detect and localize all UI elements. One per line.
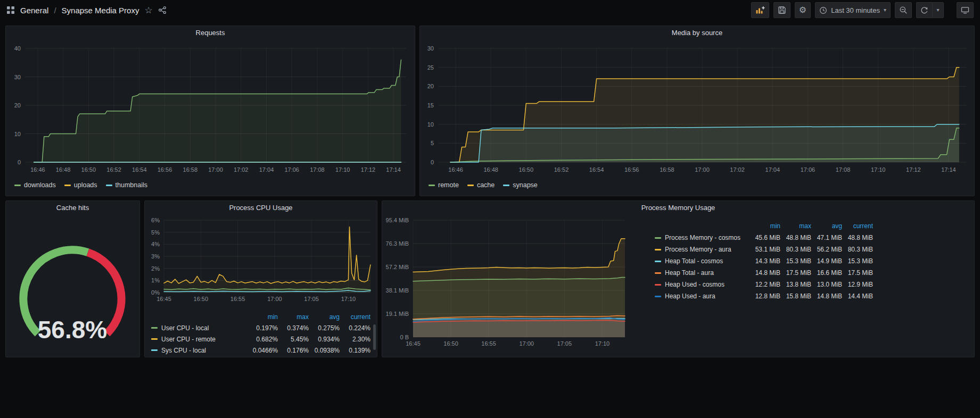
legend-swatch xyxy=(64,185,71,186)
legend-stat-header-max[interactable]: max xyxy=(278,313,309,321)
x-axis-label: 17:14 xyxy=(386,166,401,173)
stat-value: 48.8 MiB xyxy=(780,234,811,241)
x-axis-label: 16:50 xyxy=(519,166,534,173)
y-axis-label: 15 xyxy=(427,102,434,108)
x-axis-label: 17:04 xyxy=(259,166,274,173)
x-axis-label: 16:45 xyxy=(406,340,421,347)
stat-value: 12.9 MiB xyxy=(842,281,873,288)
refresh-interval-dropdown[interactable]: ▾ xyxy=(932,2,944,18)
legend-table-row-process-memory-aura: Process Memory - aura53.1 MiB80.3 MiB56.… xyxy=(655,244,873,255)
stat-value: 5.45% xyxy=(278,336,309,343)
series-label[interactable]: Sys CPU - local xyxy=(161,347,206,354)
stat-value: 15.3 MiB xyxy=(780,257,811,265)
y-axis-label: 95.4 MiB xyxy=(386,217,409,223)
stat-value: 17.5 MiB xyxy=(842,269,873,277)
y-axis-label: 10 xyxy=(427,121,434,128)
stat-value: 80.3 MiB xyxy=(780,246,811,253)
share-icon[interactable] xyxy=(158,6,167,14)
legend-stat-header-min[interactable]: min xyxy=(750,222,780,230)
star-icon[interactable]: ☆ xyxy=(144,6,152,15)
save-dashboard-button[interactable] xyxy=(773,2,790,18)
stat-value: 0.139% xyxy=(340,347,370,354)
x-axis-label: 16:46 xyxy=(30,166,45,173)
legend-item-downloads[interactable]: downloads xyxy=(14,181,56,189)
stat-value: 15.8 MiB xyxy=(780,292,811,300)
panel-cache-hits: Cache hits 56.8% xyxy=(5,200,140,357)
panel-title[interactable]: Process Memory Usage xyxy=(382,201,974,215)
grafana-dashboard: General / Synapse Media Proxy ☆ ⚙ Las xyxy=(0,0,980,418)
legend-item-thumbnails[interactable]: thumbnails xyxy=(106,181,147,189)
legend-stat-header-avg[interactable]: avg xyxy=(811,222,842,230)
x-axis-label: 17:10 xyxy=(595,340,610,347)
legend-item-remote[interactable]: remote xyxy=(429,181,459,189)
legend-swatch xyxy=(106,185,112,186)
series-label[interactable]: User CPU - remote xyxy=(161,336,216,343)
x-axis-label: 17:08 xyxy=(310,166,325,173)
legend-swatch xyxy=(655,272,661,274)
refresh-button[interactable] xyxy=(916,2,932,18)
panel-title[interactable]: Process CPU Usage xyxy=(145,201,377,215)
series-label[interactable]: Heap Used - aura xyxy=(665,292,715,300)
stat-value: 0.176% xyxy=(278,347,309,354)
process-cpu-chart: 0%1%2%3%4%5%6%16:4516:5016:5517:0017:051… xyxy=(145,215,377,308)
x-axis-label: 17:10 xyxy=(341,296,356,302)
x-axis-label: 16:56 xyxy=(158,166,172,173)
time-picker-button[interactable]: Last 30 minutes ▾ xyxy=(815,2,891,18)
legend-table-row-heap-total-cosmos: Heap Total - cosmos14.3 MiB15.3 MiB14.9 … xyxy=(655,255,873,267)
legend-stat-header-min[interactable]: min xyxy=(247,313,278,321)
tv-mode-button[interactable] xyxy=(957,2,974,18)
legend-stat-header-avg[interactable]: avg xyxy=(309,313,340,321)
x-axis-label: 16:52 xyxy=(106,166,121,173)
x-axis-label: 16:54 xyxy=(132,166,147,173)
dashboard-settings-button[interactable]: ⚙ xyxy=(795,2,811,18)
zoom-out-button[interactable] xyxy=(895,2,912,18)
legend-table-row-sys-cpu-local: Sys CPU - local0.0466%0.176%0.0938%0.139… xyxy=(151,345,370,356)
legend-stat-header-current[interactable]: current xyxy=(842,222,873,230)
legend-item-synapse[interactable]: synapse xyxy=(503,181,538,189)
series-label[interactable]: User CPU - local xyxy=(161,324,209,332)
stat-value: 14.8 MiB xyxy=(750,269,780,277)
x-axis-label: 17:08 xyxy=(836,166,851,173)
stat-value: 16.6 MiB xyxy=(811,269,842,277)
x-axis-label: 16:45 xyxy=(157,296,171,302)
legend-label: downloads xyxy=(24,181,56,189)
stat-value: 14.3 MiB xyxy=(750,257,780,265)
series-label[interactable]: Process Memory - cosmos xyxy=(665,234,740,241)
legend-table-row-user-cpu-remote: User CPU - remote0.682%5.45%0.934%2.30% xyxy=(151,333,370,345)
x-axis-label: 17:00 xyxy=(267,296,282,302)
stat-value: 53.1 MiB xyxy=(750,246,780,253)
stat-value: 13.0 MiB xyxy=(811,281,842,288)
apps-grid-icon[interactable] xyxy=(6,6,15,14)
panel-title[interactable]: Requests xyxy=(6,26,415,40)
clock-icon xyxy=(819,6,827,14)
legend-table-row-process-memory-cosmos: Process Memory - cosmos45.6 MiB48.8 MiB4… xyxy=(655,232,873,244)
x-axis-label: 16:56 xyxy=(624,166,639,173)
legend-item-uploads[interactable]: uploads xyxy=(64,181,97,189)
legend-item-cache[interactable]: cache xyxy=(467,181,495,189)
legend-swatch xyxy=(151,338,158,340)
series-label[interactable]: Heap Total - cosmos xyxy=(665,257,723,265)
series-label[interactable]: Heap Used - cosmos xyxy=(665,281,724,288)
legend-swatch xyxy=(655,249,661,250)
add-panel-button[interactable] xyxy=(751,2,769,18)
legend-stat-header-current[interactable]: current xyxy=(340,313,370,321)
panel-title[interactable]: Media by source xyxy=(420,26,974,40)
dashboard-title[interactable]: Synapse Media Proxy xyxy=(62,6,139,15)
x-axis-label: 17:00 xyxy=(519,340,534,347)
series-label[interactable]: Heap Total - aura xyxy=(665,269,714,277)
legend-swatch xyxy=(655,296,661,297)
panel-title[interactable]: Cache hits xyxy=(6,201,139,215)
x-axis-label: 17:00 xyxy=(208,166,223,173)
series-label[interactable]: Process Memory - aura xyxy=(665,246,731,253)
y-axis-label: 20 xyxy=(14,102,21,108)
panel-requests: Requests 01020304016:4616:4816:5016:5216… xyxy=(5,26,415,196)
legend-stat-header-max[interactable]: max xyxy=(780,222,811,230)
x-axis-label: 16:46 xyxy=(448,166,463,173)
series-fill-downloads xyxy=(34,60,401,162)
breadcrumb-section[interactable]: General xyxy=(20,6,48,15)
legend-scrollbar[interactable] xyxy=(373,324,376,350)
series-fill-synapse xyxy=(450,124,959,162)
stat-value: 2.30% xyxy=(340,336,370,343)
x-axis-label: 17:05 xyxy=(304,296,319,302)
stat-value: 14.9 MiB xyxy=(811,257,842,265)
